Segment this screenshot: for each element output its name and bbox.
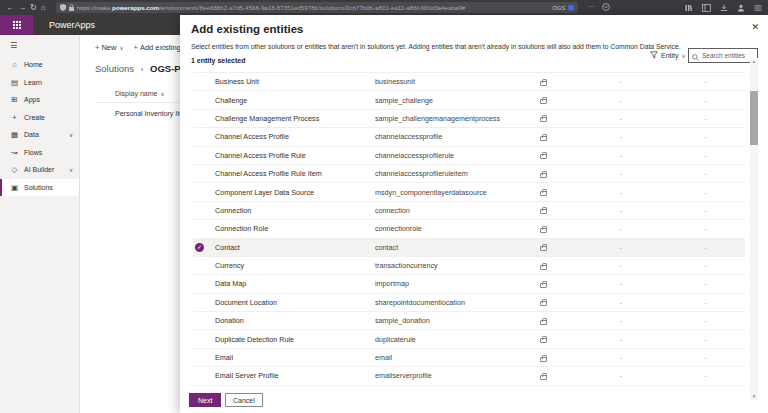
url-badge[interactable]: OGS	[552, 5, 573, 11]
create-icon: +	[10, 113, 19, 122]
data-icon: ▦	[10, 130, 19, 139]
entity-display-name: Contact	[215, 243, 375, 252]
entity-row-5[interactable]: ✓ Channel Access Profile Rule Item chann…	[193, 165, 745, 183]
search-input[interactable]	[702, 52, 754, 59]
customizable-value: -	[704, 77, 706, 86]
tracking-shield-icon[interactable]	[60, 4, 66, 12]
lock-icon	[540, 206, 548, 214]
next-button[interactable]: Next	[189, 393, 221, 407]
ai-builder-icon: ◇	[10, 165, 19, 174]
new-button[interactable]: +New∨	[95, 43, 131, 52]
padlock-icon[interactable]	[69, 4, 74, 12]
entity-logical-name: sample_challenge	[375, 96, 540, 105]
downloads-icon[interactable]	[720, 4, 728, 12]
managed-value: -	[620, 316, 622, 325]
sidebar-item-learn[interactable]: ▤ Learn ∨	[0, 74, 79, 92]
entity-row-12[interactable]: ✓ Document Location sharepointdocumentlo…	[193, 294, 745, 312]
chevron-down-icon: ∨	[69, 132, 73, 138]
entity-row-2[interactable]: ✓ Challenge Management Process sample_ch…	[193, 110, 745, 128]
entity-logical-name: connection	[375, 206, 540, 215]
entity-filter-dropdown[interactable]: Entity ∨	[650, 51, 686, 60]
refresh-icon[interactable]: ↻	[30, 0, 37, 15]
breadcrumb-solutions-link[interactable]: Solutions	[95, 63, 134, 74]
entity-row-4[interactable]: ✓ Channel Access Profile Rule channelacc…	[193, 147, 745, 165]
sidebar-item-create[interactable]: + Create ∨	[0, 109, 79, 127]
url-text[interactable]: https://make.powerapps.com/environments/…	[77, 4, 550, 11]
entity-logical-name: sample_donation	[375, 316, 540, 325]
forward-icon[interactable]: →	[18, 0, 26, 15]
sidebar-item-label: Data	[24, 131, 39, 138]
sidebar-item-label: Flows	[24, 149, 42, 156]
lock-icon	[540, 372, 548, 380]
entity-row-3[interactable]: ✓ Channel Access Profile channelaccesspr…	[193, 128, 745, 146]
menu-icon[interactable]	[754, 4, 762, 12]
entity-display-name: Channel Access Profile	[215, 132, 375, 141]
entity-logical-name: channelaccessprofile	[375, 132, 540, 141]
breadcrumb-current: OGS-Powe	[150, 63, 181, 74]
page-table-row[interactable]: Personal Inventory Ite	[115, 110, 181, 117]
solutions-icon: ▣	[10, 183, 19, 192]
flows-icon: ↝	[10, 148, 19, 157]
sidebar-item-flows[interactable]: ↝ Flows ∨	[0, 144, 79, 162]
url-bar[interactable]: https://make.powerapps.com/environments/…	[56, 2, 578, 13]
lock-icon	[540, 354, 548, 362]
customizable-value: -	[704, 298, 706, 307]
sidebar-item-home[interactable]: ⌂ Home ∨	[0, 56, 79, 74]
managed-value: -	[620, 151, 622, 160]
sidebar-item-ai-builder[interactable]: ◇ AI Builder ∨	[0, 161, 79, 179]
display-name-column-header[interactable]: Display name∨	[115, 90, 181, 97]
customizable-value: -	[704, 353, 706, 362]
scroll-down-icon[interactable]: ▼	[750, 393, 758, 400]
managed-value: -	[620, 335, 622, 344]
sidebar: ☰ ⌂ Home ∨ ▤ Learn ∨ ⊞ Apps ∨ + Create ∨…	[0, 35, 80, 413]
entity-row-8[interactable]: ✓ Connection Role connectionrole - -	[193, 220, 745, 238]
close-icon[interactable]: ✕	[751, 22, 759, 32]
entity-row-10[interactable]: ✓ Currency transactioncurrency - -	[193, 257, 745, 275]
customizable-value: -	[704, 371, 706, 380]
account-icon[interactable]	[737, 4, 745, 12]
add-existing-button[interactable]: +Add existing	[134, 43, 181, 52]
managed-value: -	[620, 96, 622, 105]
entity-row-16[interactable]: ✓ Email Server Profile emailserverprofil…	[193, 367, 745, 385]
sidebar-item-solutions[interactable]: ▣ Solutions ∨	[0, 179, 79, 197]
back-icon[interactable]: ←	[6, 0, 14, 15]
entity-display-name: Data Map	[215, 279, 375, 288]
app-launcher-waffle-icon[interactable]	[0, 15, 33, 35]
entity-row-15[interactable]: ✓ Email email - -	[193, 349, 745, 367]
pocket-icon[interactable]	[602, 3, 610, 12]
entity-row-0[interactable]: ✓ Business Unit businessunit - -	[193, 73, 745, 91]
browser-home-icon[interactable]: ⌂	[41, 0, 46, 15]
scrollbar[interactable]: ▲ ▼	[750, 58, 758, 400]
entity-row-7[interactable]: ✓ Connection connection - -	[193, 202, 745, 220]
entity-logical-name: emailserverprofile	[375, 371, 540, 380]
chevron-down-icon: ∨	[682, 53, 686, 59]
scroll-up-icon[interactable]: ▲	[750, 58, 758, 65]
chevron-down-icon: ∨	[69, 167, 73, 173]
sidebar-item-data[interactable]: ▦ Data ∨	[0, 126, 79, 144]
cancel-button[interactable]: Cancel	[225, 393, 263, 407]
entity-logical-name: msdyn_componentlayerdatasource	[375, 188, 540, 197]
library-icon[interactable]	[685, 4, 693, 12]
table-divider	[95, 102, 181, 103]
scrollbar-thumb[interactable]	[750, 91, 758, 145]
managed-value: -	[620, 77, 622, 86]
page-actions-icon[interactable]: ⋯	[588, 3, 595, 12]
entity-row-11[interactable]: ✓ Data Map importmap - -	[193, 275, 745, 293]
sidebars-icon[interactable]	[702, 4, 711, 12]
lock-icon	[540, 280, 548, 288]
entity-row-13[interactable]: ✓ Donation sample_donation - -	[193, 312, 745, 330]
managed-value: -	[620, 114, 622, 123]
search-box[interactable]	[688, 48, 758, 63]
lock-icon	[540, 225, 548, 233]
sidebar-collapse-icon[interactable]: ☰	[10, 41, 79, 50]
entity-row-1[interactable]: ✓ Challenge sample_challenge - -	[193, 91, 745, 109]
sidebar-item-apps[interactable]: ⊞ Apps ∨	[0, 91, 79, 109]
entity-row-6[interactable]: ✓ Component Layer Data Source msdyn_comp…	[193, 183, 745, 201]
entity-row-14[interactable]: ✓ Duplicate Detection Rule duplicaterule…	[193, 330, 745, 348]
managed-value: -	[620, 261, 622, 270]
screen: ← → ↻ ⌂ https://make.powerapps.com/envir…	[0, 0, 768, 413]
entity-display-name: Channel Access Profile Rule Item	[215, 169, 375, 178]
entity-logical-name: channelaccessprofilerule	[375, 151, 540, 160]
entity-row-9[interactable]: ✓ Contact contact - -	[193, 239, 745, 257]
entity-row-17[interactable]: ✓ Email Template template - -	[193, 386, 745, 388]
